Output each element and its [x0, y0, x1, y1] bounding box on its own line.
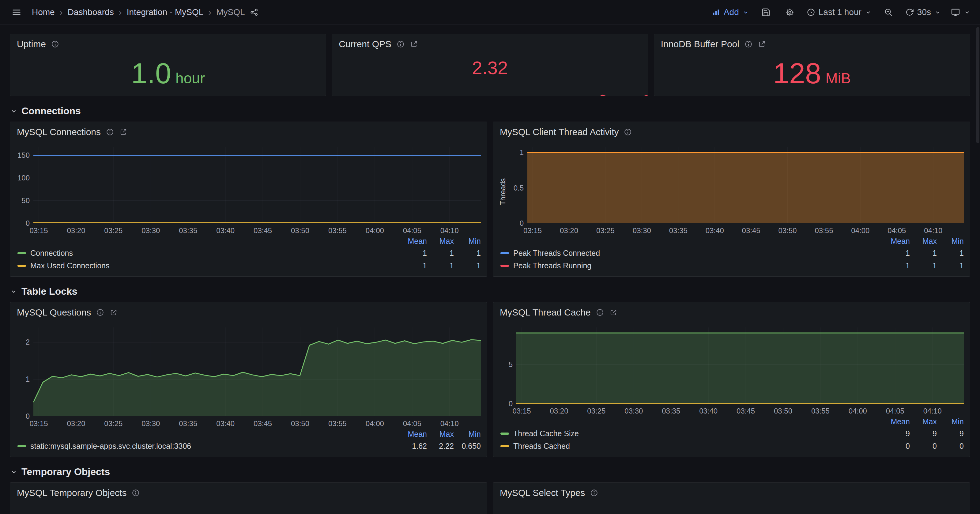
- x-tick-label: 03:35: [179, 226, 197, 235]
- legend-item[interactable]: Connections111: [18, 247, 481, 259]
- legend-item[interactable]: Peak Threads Running111: [500, 259, 964, 272]
- share-icon[interactable]: [247, 5, 261, 20]
- breadcrumb-separator: ›: [119, 7, 122, 18]
- chart-plot[interactable]: [527, 147, 964, 223]
- x-tick-label: 03:15: [523, 226, 542, 235]
- legend-value: 9: [937, 429, 964, 438]
- add-dropdown[interactable]: Add: [711, 7, 749, 17]
- external-link-icon[interactable]: [758, 40, 766, 48]
- zoom-out-icon[interactable]: [881, 5, 896, 20]
- legend-col-header[interactable]: Min: [454, 430, 481, 439]
- legend-col-header[interactable]: Mean: [883, 417, 910, 426]
- stat-number: 128: [773, 59, 821, 88]
- stat-body: 1.0 hour: [10, 51, 326, 96]
- x-tick-label: 04:05: [888, 226, 906, 235]
- stat-value: 2.32: [472, 59, 508, 88]
- series-swatch: [500, 252, 509, 254]
- panel-title[interactable]: MySQL Client Thread Activity: [500, 127, 619, 137]
- chevron-down-icon: [10, 288, 18, 296]
- panel-title[interactable]: MySQL Temporary Objects: [17, 488, 126, 498]
- legend: MeanMaxMinstatic:mysql.sample-apps.svc.c…: [10, 430, 487, 457]
- info-icon[interactable]: [51, 40, 59, 48]
- y-tick-label: 0: [26, 219, 30, 228]
- legend-series-name: Max Used Connections: [30, 261, 400, 270]
- info-icon[interactable]: [106, 128, 114, 136]
- legend-value: 1: [883, 261, 910, 270]
- refresh-icon[interactable]: [905, 8, 914, 17]
- chart-plot[interactable]: [33, 328, 481, 416]
- x-tick-label: 03:50: [774, 407, 792, 415]
- info-icon[interactable]: [596, 308, 604, 317]
- external-link-icon[interactable]: [609, 308, 618, 317]
- x-tick-label: 03:20: [560, 226, 578, 235]
- top-nav: Home › Dashboards › Integration - MySQL …: [0, 0, 980, 24]
- panel-title[interactable]: MySQL Connections: [17, 127, 101, 137]
- legend-col-header[interactable]: Mean: [400, 237, 427, 246]
- legend-col-header[interactable]: Mean: [883, 237, 910, 246]
- legend-value: 0: [883, 442, 910, 450]
- legend-header: MeanMaxMin: [500, 237, 964, 246]
- legend-value: 9: [883, 429, 910, 438]
- x-tick-label: 03:40: [699, 407, 718, 415]
- legend-col-header[interactable]: Max: [427, 430, 454, 439]
- settings-gear-icon[interactable]: [783, 5, 797, 20]
- panel-title[interactable]: MySQL Thread Cache: [500, 307, 591, 318]
- legend-col-header[interactable]: Min: [454, 237, 481, 246]
- section-label: Table Locks: [21, 286, 78, 297]
- breadcrumb-home[interactable]: Home: [32, 7, 55, 17]
- save-dashboard-icon[interactable]: [759, 5, 773, 20]
- refresh-interval-picker[interactable]: 30s: [905, 7, 942, 17]
- kiosk-mode-control[interactable]: [951, 7, 971, 17]
- info-icon[interactable]: [131, 489, 140, 497]
- legend-item[interactable]: static:mysql.sample-apps.svc.cluster.loc…: [18, 440, 481, 452]
- breadcrumb-integration-mysql[interactable]: Integration - MySQL: [127, 7, 204, 17]
- legend-col-header[interactable]: Max: [427, 237, 454, 246]
- external-link-icon[interactable]: [109, 308, 118, 317]
- panel-title[interactable]: MySQL Select Types: [500, 488, 585, 498]
- chart-plot[interactable]: [516, 328, 964, 404]
- x-tick-label: 03:50: [291, 226, 309, 235]
- chevron-down-icon: [865, 9, 872, 16]
- legend-series-name: Thread Cache Size: [513, 429, 883, 438]
- legend-item[interactable]: Max Used Connections111: [18, 259, 481, 272]
- breadcrumb-dashboards[interactable]: Dashboards: [68, 7, 114, 17]
- legend-item[interactable]: Threads Cached000: [500, 440, 964, 452]
- legend-col-header[interactable]: Min: [937, 417, 964, 426]
- external-link-icon[interactable]: [119, 128, 128, 136]
- menu-toggle-icon[interactable]: [9, 5, 24, 20]
- section-connections[interactable]: Connections: [10, 105, 970, 117]
- info-icon[interactable]: [96, 308, 105, 317]
- panel-title[interactable]: InnoDB Buffer Pool: [661, 39, 739, 49]
- legend-col-header[interactable]: Min: [937, 237, 964, 246]
- scrollbar-thumb[interactable]: [976, 27, 979, 143]
- temporary-objects-row: MySQL Temporary Objects MySQL Select Typ…: [10, 482, 970, 514]
- x-tick-label: 04:00: [851, 226, 869, 235]
- legend-col-header[interactable]: Max: [910, 237, 937, 246]
- panel-current-qps: Current QPS 2.32: [332, 34, 648, 96]
- x-tick-label: 03:25: [587, 407, 605, 415]
- legend-item[interactable]: Thread Cache Size999: [500, 427, 964, 440]
- breadcrumb-mysql[interactable]: MySQL: [216, 7, 245, 17]
- info-icon[interactable]: [744, 40, 753, 48]
- x-tick-label: 03:40: [216, 419, 235, 428]
- time-range-picker[interactable]: Last 1 hour: [807, 7, 872, 17]
- info-icon[interactable]: [624, 128, 632, 136]
- chevron-down-icon[interactable]: [964, 9, 971, 16]
- external-link-icon[interactable]: [410, 40, 418, 48]
- panel-title[interactable]: MySQL Questions: [17, 307, 91, 318]
- legend-item[interactable]: Peak Threads Connected111: [500, 247, 964, 259]
- panel-title[interactable]: Current QPS: [339, 39, 391, 49]
- chart-plot[interactable]: [33, 147, 481, 223]
- stat-body: 128 MiB: [654, 51, 970, 96]
- x-tick-label: 03:20: [67, 226, 85, 235]
- info-icon[interactable]: [590, 489, 598, 497]
- section-table-locks[interactable]: Table Locks: [10, 286, 970, 297]
- panel-title[interactable]: Uptime: [17, 39, 46, 49]
- section-temporary-objects[interactable]: Temporary Objects: [10, 466, 970, 477]
- legend-value: 1: [427, 261, 454, 270]
- monitor-icon[interactable]: [951, 7, 960, 17]
- legend-col-header[interactable]: Max: [910, 417, 937, 426]
- legend-col-header[interactable]: Mean: [400, 430, 427, 439]
- series-swatch: [500, 445, 509, 447]
- info-icon[interactable]: [396, 40, 405, 48]
